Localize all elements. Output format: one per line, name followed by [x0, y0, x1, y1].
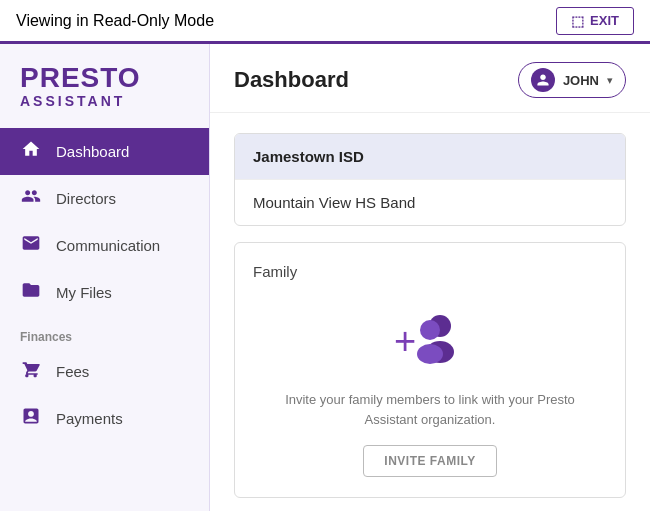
- mode-text: Viewing in Read-Only Mode: [16, 12, 214, 30]
- sidebar-label-dashboard: Dashboard: [56, 143, 129, 160]
- exit-button[interactable]: ⬚ EXIT: [556, 7, 634, 35]
- files-icon: [20, 280, 42, 305]
- sidebar-item-fees[interactable]: Fees: [0, 348, 209, 395]
- exit-label: EXIT: [590, 13, 619, 28]
- user-badge[interactable]: JOHN ▾: [518, 62, 626, 98]
- org-name-1: Mountain View HS Band: [253, 194, 415, 211]
- sidebar-item-payments[interactable]: Payments: [0, 395, 209, 442]
- invite-family-button[interactable]: INVITE FAMILY: [363, 445, 496, 477]
- svg-text:+: +: [394, 320, 416, 362]
- sidebar-item-my-files[interactable]: My Files: [0, 269, 209, 316]
- exit-icon: ⬚: [571, 13, 584, 29]
- finances-section-label: Finances: [0, 316, 209, 348]
- org-item-1[interactable]: Mountain View HS Band: [235, 179, 625, 225]
- sidebar-label-payments: Payments: [56, 410, 123, 427]
- payments-icon: [20, 406, 42, 431]
- main-header: Dashboard JOHN ▾: [210, 44, 650, 113]
- fees-icon: [20, 359, 42, 384]
- invite-button-wrap: INVITE FAMILY: [253, 445, 607, 477]
- family-card: Family + I: [234, 242, 626, 498]
- org-name-0: Jamestown ISD: [253, 148, 364, 165]
- main-content: Dashboard JOHN ▾ Jamestown ISD Mountain …: [210, 44, 650, 511]
- directors-icon: [20, 186, 42, 211]
- svg-point-4: [417, 344, 443, 364]
- family-section-title: Family: [253, 263, 607, 280]
- communication-icon: [20, 233, 42, 258]
- user-name: JOHN: [563, 73, 599, 88]
- family-icon: +: [390, 310, 470, 370]
- sidebar-item-directors[interactable]: Directors: [0, 175, 209, 222]
- organization-list: Jamestown ISD Mountain View HS Band: [234, 133, 626, 226]
- sidebar: PRESTO ASSISTANT Dashboard Directors Com…: [0, 44, 210, 511]
- home-icon: [20, 139, 42, 164]
- logo-area: PRESTO ASSISTANT: [0, 44, 209, 128]
- sidebar-label-communication: Communication: [56, 237, 160, 254]
- logo-presto: PRESTO: [20, 64, 189, 92]
- main-layout: PRESTO ASSISTANT Dashboard Directors Com…: [0, 44, 650, 511]
- user-avatar-icon: [531, 68, 555, 92]
- sidebar-label-fees: Fees: [56, 363, 89, 380]
- sidebar-label-my-files: My Files: [56, 284, 112, 301]
- content-area: Jamestown ISD Mountain View HS Band Fami…: [210, 113, 650, 511]
- logo-assistant: ASSISTANT: [20, 92, 189, 112]
- chevron-down-icon: ▾: [607, 74, 613, 87]
- sidebar-label-directors: Directors: [56, 190, 116, 207]
- family-icon-area: +: [253, 300, 607, 390]
- sidebar-item-dashboard[interactable]: Dashboard: [0, 128, 209, 175]
- top-bar: Viewing in Read-Only Mode ⬚ EXIT: [0, 0, 650, 44]
- svg-point-3: [420, 320, 440, 340]
- page-title: Dashboard: [234, 67, 349, 93]
- family-invite-text: Invite your family members to link with …: [253, 390, 607, 429]
- org-item-0[interactable]: Jamestown ISD: [235, 134, 625, 179]
- sidebar-item-communication[interactable]: Communication: [0, 222, 209, 269]
